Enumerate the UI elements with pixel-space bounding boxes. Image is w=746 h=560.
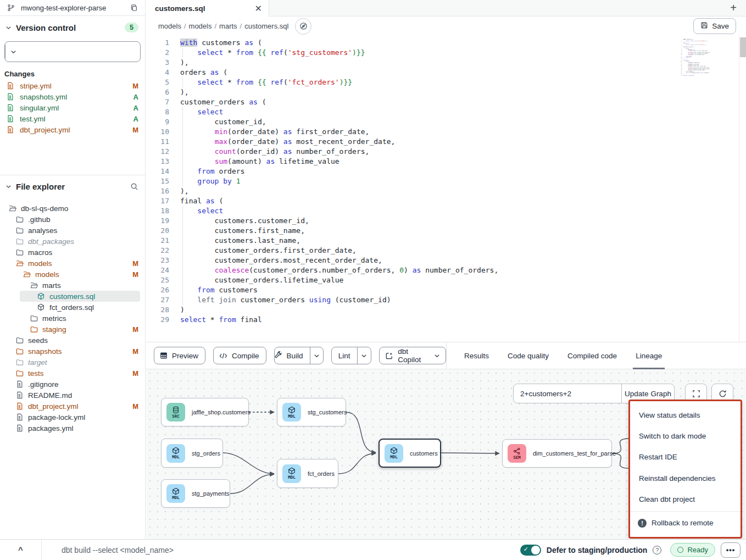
tree-item-label: staging — [42, 325, 66, 334]
code-editor[interactable]: 1with customers as (2 select * from {{ r… — [146, 36, 746, 342]
tree-item-snapshots[interactable]: snapshotsM — [0, 346, 145, 357]
lineage-edge — [338, 453, 376, 474]
close-tab-icon[interactable]: ✕ — [255, 3, 262, 14]
tree-item-target[interactable]: target — [0, 357, 145, 368]
build-button[interactable]: Build — [275, 347, 310, 364]
tree-item-models[interactable]: modelsM — [0, 258, 145, 269]
search-icon[interactable] — [129, 181, 140, 192]
command-input[interactable]: dbt build --select <model_name> — [62, 546, 520, 555]
menu-item-view-status-details[interactable]: View status details — [630, 404, 741, 425]
tree-item-models[interactable]: modelsM — [0, 269, 145, 280]
tree-item-tests[interactable]: testsM — [0, 368, 145, 379]
lineage-node-stg-payments[interactable]: MDLstg_payments — [161, 479, 230, 508]
changed-file-row[interactable]: test.ymlA — [0, 113, 145, 124]
chevron-down-icon — [5, 182, 12, 191]
more-options-button[interactable]: ••• — [721, 542, 741, 558]
defer-toggle[interactable]: ✓ — [520, 545, 541, 556]
copy-icon[interactable] — [129, 2, 140, 13]
scrollbar-thumb[interactable] — [740, 37, 746, 57]
node-label: fct_orders — [308, 470, 335, 477]
menu-item-reinstall-dependencies[interactable]: Reinstall dependencies — [630, 468, 741, 489]
lineage-node-stg-orders[interactable]: MDLstg_orders — [161, 439, 223, 468]
tree-item-metrics[interactable]: metrics — [0, 313, 145, 324]
menu-item-rollback-to-remote[interactable]: !Rollback to remote — [630, 513, 741, 534]
menu-item-clean-dbt-project[interactable]: Clean dbt project — [630, 489, 741, 509]
save-button[interactable]: Save — [693, 18, 736, 34]
command-bar-expander[interactable]: ^ — [0, 540, 42, 560]
breadcrumb-segment[interactable]: models — [189, 22, 212, 30]
lineage-edge — [346, 412, 376, 452]
changed-file-name: singular.yml — [20, 104, 59, 112]
lineage-node-jaffle-shop-customers[interactable]: SRCjaffle_shop.customers — [161, 398, 249, 426]
changed-file-row[interactable]: dbt_project.ymlM — [0, 124, 145, 135]
version-control-header[interactable]: Version control 5 — [0, 16, 145, 37]
tree-item-marts[interactable]: marts — [0, 280, 145, 291]
main-area: customers.sql ✕ + models/models/marts/cu… — [146, 0, 746, 539]
tree-item-seeds[interactable]: seeds — [0, 335, 145, 346]
tree-item-dbt-project-yml[interactable]: dbt_project.ymlM — [0, 401, 145, 412]
editor-scrollbar[interactable] — [739, 36, 746, 342]
panel-tab-results[interactable]: Results — [463, 342, 490, 369]
alert-icon: ! — [638, 519, 647, 528]
tree-item-packages-yml[interactable]: packages.yml — [0, 423, 145, 434]
commit-and-sync-split-button: Commit and sync — [4, 41, 141, 62]
folder-open-icon — [23, 271, 31, 278]
tree-item--github[interactable]: .github — [0, 214, 145, 225]
menu-item-switch-to-dark-mode[interactable]: Switch to dark mode — [630, 425, 741, 446]
menu-item-restart-ide[interactable]: Restart IDE — [630, 447, 741, 468]
line-number: 22 — [146, 246, 169, 256]
dbt-copilot-button[interactable]: dbt Copilot — [379, 347, 446, 364]
file-explorer-header[interactable]: File explorer — [0, 175, 145, 196]
lint-options-caret[interactable] — [357, 347, 371, 364]
changes-count-badge: 5 — [125, 23, 138, 32]
tree-item-macros[interactable]: macros — [0, 247, 145, 258]
menu-separator — [630, 511, 741, 512]
build-options-caret[interactable] — [310, 347, 323, 364]
changed-file-name: snapshots.yml — [20, 93, 67, 101]
tree-item-label: customers.sql — [49, 292, 95, 301]
breadcrumb-segment[interactable]: customers.sql — [244, 22, 288, 30]
lint-button[interactable]: Lint — [332, 347, 357, 364]
compile-button[interactable]: Compile — [213, 347, 266, 364]
panel-tab-lineage[interactable]: Lineage — [634, 342, 663, 369]
new-tab-button[interactable]: + — [721, 0, 746, 16]
tree-item-analyses[interactable]: analyses — [0, 225, 145, 236]
tree-item-fct-orders-sql[interactable]: fct_orders.sql — [0, 302, 145, 313]
commit-options-caret[interactable] — [5, 42, 21, 62]
preview-button[interactable]: Preview — [154, 347, 205, 364]
breadcrumb-segment[interactable]: marts — [219, 22, 237, 30]
tree-item-readme-md[interactable]: README.md — [0, 390, 145, 401]
tree-item-customers-sql[interactable]: customers.sql — [20, 291, 140, 302]
tree-item-dbt-packages[interactable]: dbt_packages — [0, 236, 145, 247]
changed-file-row[interactable]: stripe.ymlM — [0, 80, 145, 91]
tree-item-db-sl-qs-demo[interactable]: db-sl-qs-demo — [0, 203, 145, 214]
lineage-node-stg-customers[interactable]: MDLstg_customers — [277, 398, 346, 426]
changed-file-row[interactable]: singular.ymlA — [0, 102, 145, 113]
lineage-filter-input[interactable]: 2+customers+2 — [514, 384, 621, 403]
editor-toolbar: Preview Compile Build — [146, 342, 746, 369]
code-line: 23 customer_orders.most_recent_order_dat… — [146, 256, 746, 265]
file-icon — [16, 380, 24, 388]
lineage-node-customers[interactable]: MDLcustomers — [378, 439, 441, 468]
panel-tab-code-quality[interactable]: Code quality — [506, 342, 550, 369]
breadcrumb-segment[interactable]: models — [158, 22, 181, 30]
lineage-node-dim-customers-test-for-parse[interactable]: SEMdim_customers_test_for_parse — [502, 439, 612, 468]
parse-status-button[interactable] — [295, 18, 311, 35]
line-number: 20 — [146, 226, 169, 236]
table-grid-icon — [154, 352, 168, 359]
tree-item-label: README.md — [28, 391, 72, 400]
help-icon[interactable]: ? — [653, 546, 661, 555]
code-line: 29select * from final — [679, 75, 710, 76]
tab-customers-sql[interactable]: customers.sql ✕ — [146, 0, 269, 16]
minimap[interactable]: 1with customers as (2 select * from {{ r… — [679, 38, 710, 115]
tree-item--gitignore[interactable]: .gitignore — [0, 379, 145, 390]
tree-item-package-lock-yml[interactable]: package-lock.yml — [0, 412, 145, 423]
line-number: 2 — [146, 48, 169, 58]
lineage-node-fct-orders[interactable]: MDLfct_orders — [277, 459, 338, 488]
lineage-panel[interactable]: SRCjaffle_shop.customersMDLstg_customers… — [146, 369, 746, 539]
semantic-model-icon: SEM — [508, 444, 526, 463]
tree-item-staging[interactable]: stagingM — [0, 324, 145, 335]
changed-file-row[interactable]: snapshots.ymlA — [0, 91, 145, 102]
panel-tab-compiled-code[interactable]: Compiled code — [566, 342, 618, 369]
file-status-letter: M — [132, 270, 138, 279]
